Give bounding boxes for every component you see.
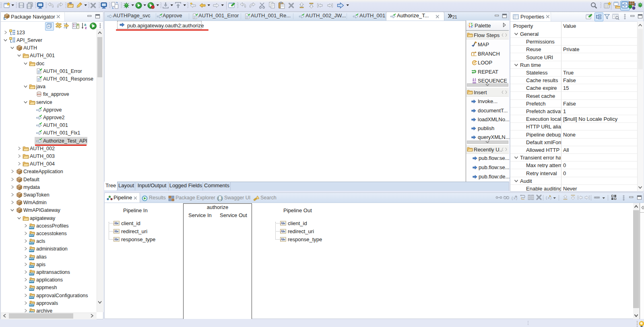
svg-text:z: z — [85, 26, 87, 30]
svg-text:(x): (x) — [545, 196, 552, 200]
svg-text:(x): (x) — [511, 197, 518, 201]
svg-text:{..}: {..} — [218, 197, 223, 201]
svg-text:J: J — [634, 2, 636, 7]
